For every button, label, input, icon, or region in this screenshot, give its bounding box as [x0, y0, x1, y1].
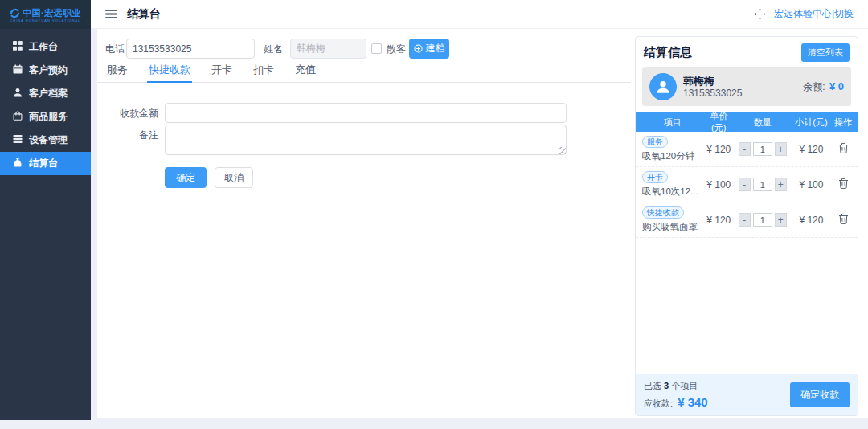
sidebar-item-label: 商品服务 [29, 110, 68, 124]
walkin-label[interactable]: 散客 [387, 43, 406, 56]
phone-label: 电话 [105, 43, 125, 56]
remark-textarea[interactable] [165, 125, 567, 155]
receivable-text: 应收款: ¥ 340 [644, 395, 790, 410]
delete-item-button[interactable] [837, 176, 850, 193]
sidebar-item-workbench[interactable]: 工作台 [0, 35, 91, 59]
item-subtotal: ¥ 120 [791, 144, 833, 155]
sidebar-item-label: 客户预约 [29, 63, 68, 77]
plus-button[interactable]: + [775, 178, 787, 191]
hamburger-icon[interactable] [105, 9, 117, 19]
calendar-icon [13, 64, 23, 76]
workspace-switch-link[interactable]: 宏远体验中心|切换 [774, 7, 854, 21]
sidebar-item-label: 结算台 [29, 157, 58, 170]
sidebar: 中国·宏远职业 CHINA HONGYUAN VOCATIONAL 工作台 客户… [0, 0, 91, 420]
top-header: 结算台 宏远体验中心|切换 [91, 0, 868, 29]
brand-swirl-icon [10, 8, 20, 18]
brand-name: 中国·宏远职业 [23, 7, 81, 19]
plus-button[interactable]: + [775, 213, 787, 227]
remark-label: 备注 [97, 129, 158, 142]
sidebar-item-customer-files[interactable]: 客户档案 [0, 82, 91, 105]
name-input[interactable] [290, 39, 366, 59]
tab-service[interactable]: 服务 [105, 64, 129, 82]
receivable-value: ¥ 340 [678, 395, 708, 409]
name-label: 姓名 [264, 43, 283, 56]
item-type-tag: 服务 [642, 136, 668, 148]
delete-item-button[interactable] [837, 211, 850, 228]
amount-input[interactable] [165, 103, 567, 123]
create-archive-label: 建档 [426, 42, 445, 55]
balance-label: 余额: [803, 81, 825, 92]
phone-input[interactable] [126, 39, 255, 59]
item-price: ¥ 120 [702, 144, 735, 155]
balance: 余额: ¥ 0 [803, 80, 844, 94]
quantity-stepper: - + [735, 178, 790, 191]
item-name: 购买吸氧面罩 [642, 221, 702, 233]
tab-deduct-card[interactable]: 扣卡 [252, 64, 276, 82]
sidebar-item-appointments[interactable]: 客户预约 [0, 59, 91, 82]
cancel-button[interactable]: 取消 [215, 167, 253, 188]
col-operate: 操作 [832, 116, 854, 129]
minus-button[interactable]: - [739, 142, 751, 156]
customer-name: 韩梅梅 [683, 75, 803, 88]
quantity-input[interactable] [753, 142, 772, 156]
checkout-tabs: 服务 快捷收款 开卡 扣卡 充值 [97, 64, 631, 83]
settlement-footer: 已选 3 个项目 应收款: ¥ 340 确定收款 [636, 374, 858, 415]
col-subtotal: 小计(元) [791, 116, 833, 129]
clear-list-button[interactable]: 清空列表 [801, 43, 850, 62]
item-name: 吸氧120分钟 [642, 150, 702, 162]
settlement-table-header: 项目 单价(元) 数量 小计(元) 操作 [636, 112, 858, 132]
quantity-stepper: - + [735, 213, 790, 227]
move-icon[interactable] [754, 8, 766, 20]
confirm-payment-button[interactable]: 确定收款 [790, 382, 850, 407]
sidebar-item-device-management[interactable]: 设备管理 [0, 129, 91, 152]
quantity-stepper: - + [735, 142, 790, 156]
quantity-input[interactable] [753, 213, 772, 227]
quantity-input[interactable] [753, 178, 772, 191]
item-price: ¥ 120 [702, 214, 735, 226]
tab-open-card[interactable]: 开卡 [210, 64, 234, 82]
brand-subtext: CHINA HONGYUAN VOCATIONAL [10, 19, 80, 22]
tab-recharge[interactable]: 充值 [293, 64, 317, 82]
minus-button[interactable]: - [739, 178, 751, 191]
col-item: 项目 [642, 116, 702, 129]
create-archive-button[interactable]: 建档 [409, 39, 449, 59]
item-type-tag: 开卡 [642, 171, 668, 183]
item-subtotal: ¥ 100 [791, 179, 833, 190]
settlement-title: 结算信息 [644, 45, 692, 60]
sidebar-item-goods-services[interactable]: 商品服务 [0, 105, 91, 129]
selected-count-text: 已选 3 个项目 [644, 380, 790, 392]
plus-button[interactable]: + [775, 142, 787, 156]
table-row: 服务 吸氧120分钟 ¥ 120 - + ¥ 120 [636, 132, 858, 167]
plus-circle-icon [414, 44, 423, 53]
sidebar-item-checkout[interactable]: 结算台 [0, 152, 91, 175]
tab-quick-payment[interactable]: 快捷收款 [147, 64, 192, 83]
item-name: 吸氧10次12... [642, 186, 702, 198]
receivable-label: 应收款: [644, 398, 673, 408]
delete-item-button[interactable] [837, 141, 850, 157]
goods-icon [13, 111, 23, 123]
selected-count: 3 [664, 381, 669, 390]
sidebar-item-label: 设备管理 [29, 133, 68, 147]
walkin-checkbox[interactable] [371, 43, 382, 54]
avatar [649, 73, 677, 100]
customer-phone: 13153533025 [683, 88, 803, 100]
table-row: 快捷收款 购买吸氧面罩 ¥ 120 - + ¥ 120 [636, 202, 858, 238]
col-qty: 数量 [735, 116, 790, 129]
cashier-icon [13, 157, 23, 170]
dashboard-icon [13, 41, 23, 53]
page-title: 结算台 [127, 7, 161, 22]
device-icon [13, 134, 23, 146]
item-type-tag: 快捷收款 [642, 206, 684, 219]
checkout-main: 电话 姓名 散客 建档 服务 快捷收款 开卡 扣卡 充值 收款金额 备注 确定 … [97, 29, 631, 418]
confirm-button[interactable]: 确定 [165, 167, 207, 188]
settlement-panel: 结算信息 清空列表 韩梅梅 13153533025 余额: ¥ 0 项目 单价(… [635, 36, 858, 416]
customer-card: 韩梅梅 13153533025 余额: ¥ 0 [642, 67, 851, 106]
col-price: 单价(元) [702, 110, 735, 134]
user-icon [13, 88, 23, 100]
minus-button[interactable]: - [739, 213, 751, 227]
balance-value: ¥ 0 [829, 80, 844, 92]
content-area: 电话 姓名 散客 建档 服务 快捷收款 开卡 扣卡 充值 收款金额 备注 确定 … [97, 29, 868, 418]
amount-label: 收款金额 [97, 107, 158, 121]
sidebar-item-label: 工作台 [29, 40, 58, 54]
brand-logo: 中国·宏远职业 CHINA HONGYUAN VOCATIONAL [0, 0, 91, 29]
